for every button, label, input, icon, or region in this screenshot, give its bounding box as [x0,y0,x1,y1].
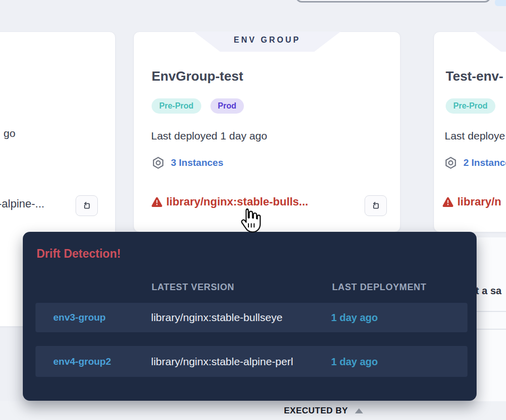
drift-detection-tooltip: Drift Detection! LATEST VERSION LAST DEP… [23,232,477,401]
executed-by-label: EXECUTED BY [284,406,348,416]
card-title: EnvGroup-test [152,68,243,84]
last-deployed-text: Last deploye [445,130,505,142]
last-deployed-fragment: go [4,127,15,139]
latest-version-value: library/nginx:stable-bullseye [151,311,282,324]
last-deployment-value: 1 day ago [331,356,378,367]
instances-link[interactable]: 2 Instance [463,157,506,168]
row-divider [473,329,506,330]
env-group-link[interactable]: env3-group [53,312,105,323]
tag-pre-prod: Pre-Prod [152,98,201,114]
row-divider [473,311,506,312]
drifted-image-link[interactable]: library/nginx:stable-bulls... [166,195,308,208]
drift-warning-icon [442,196,454,208]
instances-hexagon-icon [444,156,457,169]
last-deployed-text: Last deployed 1 day ago [151,130,267,142]
image-tag-fragment: -alpine-... [0,197,45,211]
card-title: Test-env- [446,68,503,84]
table-header-strip [0,401,506,420]
env-group-badge [475,31,506,52]
cropped-toolbar-edge [296,0,491,3]
drift-table-row: env3-group library/nginx:stable-bullseye… [35,303,467,332]
drift-table-row: env4-group2 library/nginx:stable-alpine-… [35,346,467,377]
column-header-latest-version: LATEST VERSION [152,282,234,293]
tag-pre-prod: Pre-Prod [446,98,495,114]
tooltip-title: Drift Detection! [37,247,121,261]
redeploy-button[interactable] [76,195,98,216]
cropped-top-right-element [495,0,506,6]
env-group-badge: ENV GROUP [194,31,341,52]
drift-warning-icon [151,196,163,208]
env-card-envgroup-test: ENV GROUP EnvGroup-test Pre-Prod Prod La… [133,31,401,232]
env-card-test-env: Test-env- Pre-Prod Last deploye 2 Instan… [433,31,506,232]
last-deployment-value: 1 day ago [331,312,378,324]
column-header-last-deployment: LAST DEPLOYMENT [332,282,426,293]
redeploy-icon [370,200,381,212]
sort-asc-icon [355,408,363,413]
redeploy-icon [81,200,92,212]
background-text-fragment: t a sa [476,285,501,297]
env-group-badge-label: ENV GROUP [234,36,301,45]
tag-prod: Prod [210,98,244,114]
drifted-image-link[interactable]: library/n [457,195,501,208]
instances-hexagon-icon [152,156,165,169]
instances-link[interactable]: 3 Instances [171,157,224,168]
background-table-panel [473,237,506,402]
env-group-link[interactable]: env4-group2 [53,356,111,367]
latest-version-value: library/nginx:stable-alpine-perl [151,356,293,368]
executed-by-column-header[interactable]: EXECUTED BY [284,406,363,416]
redeploy-button[interactable] [365,195,387,216]
